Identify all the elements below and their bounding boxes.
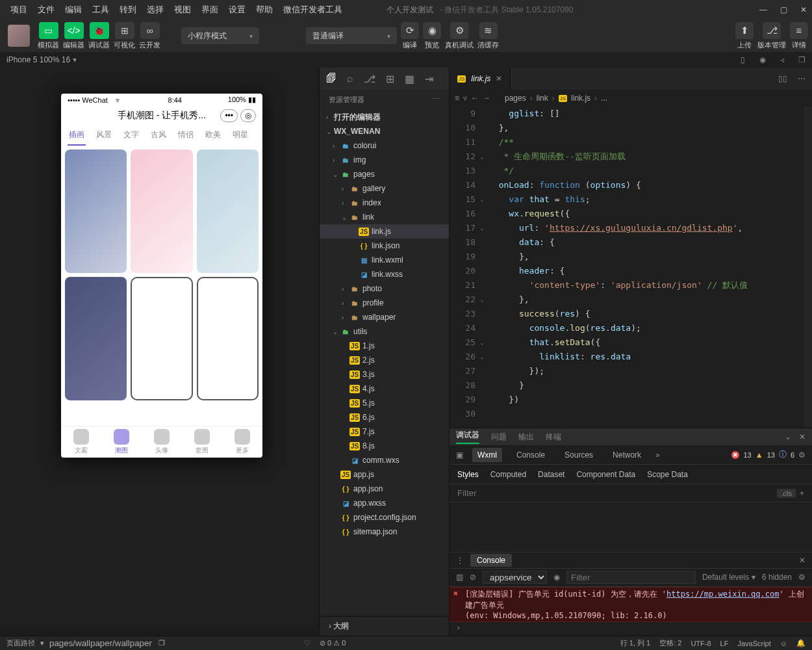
category-tab[interactable]: 情侣 [177,125,195,146]
close-panel-icon[interactable]: ✕ [799,432,806,441]
device-icon[interactable]: ▯ [741,55,745,64]
category-tab[interactable]: 文字 [122,125,140,146]
cursor-position[interactable]: 行 1, 列 1 [620,638,650,648]
console-error-row[interactable]: [渲染层错误] 广告单元 id(unit-id) 为空，请先在 'https:/… [450,587,812,622]
folder-item[interactable]: ›🖿profile [320,296,449,310]
share-icon[interactable]: ◃ [780,55,784,64]
file-item[interactable]: JS1.js [320,339,449,353]
menu-item[interactable]: 帮助 [251,1,278,18]
breadcrumb-item[interactable]: link [537,94,548,103]
tab-problems[interactable]: 问题 [491,432,507,443]
back-icon[interactable]: ← [471,94,479,103]
upload-button[interactable]: ⬆上传 [735,22,754,50]
close-tab-icon[interactable]: ✕ [496,74,502,83]
console-drawer-tab[interactable]: Console [470,554,512,567]
file-item[interactable]: ▤link.wxml [320,253,449,267]
search-icon[interactable]: ⌕ [347,73,353,84]
language-mode[interactable]: JavaScript [737,640,770,647]
indent-setting[interactable]: 空格: 2 [659,638,681,648]
tab-terminal[interactable]: 终端 [546,432,561,443]
devtools-tab-wxml[interactable]: Wxml [472,448,502,462]
open-editors-section[interactable]: ›打开的编辑器 [320,110,449,124]
component-data-tab[interactable]: Component Data [576,470,635,479]
context-select[interactable]: appservice [483,571,547,584]
scope-data-tab[interactable]: Scope Data [647,470,688,479]
eol-setting[interactable]: LF [720,640,729,647]
file-item[interactable]: JS4.js [320,382,449,396]
menu-item[interactable]: 微信开发者工具 [278,1,348,18]
feedback-icon[interactable]: ☺ [780,640,787,647]
log-levels-dropdown[interactable]: Default levels ▾ [702,573,755,582]
file-item[interactable]: JS3.js [320,367,449,382]
code-editor[interactable]: 9101112131415161718192021222324252627282… [450,107,812,428]
eye-icon[interactable]: ◉ [553,573,560,582]
nav-item[interactable]: 更多 [235,429,250,455]
file-item[interactable]: { }link.json [320,239,449,253]
console-prompt[interactable]: › [450,622,812,634]
styles-tab[interactable]: Styles [457,470,479,479]
copy-path-icon[interactable]: ❐ [159,639,165,647]
styles-filter-input[interactable] [457,488,777,498]
error-count-icon[interactable]: ✖ [731,451,739,459]
error-link[interactable]: https://mp.weixin.qq.com [666,590,779,599]
warn-count-icon[interactable]: ▲ [755,450,763,460]
wallpaper-card[interactable] [65,150,127,273]
folder-item[interactable]: ›🖿gallery [320,181,449,196]
file-item[interactable]: JS5.js [320,396,449,410]
hidden-count[interactable]: 6 hidden [762,573,792,582]
grid-icon[interactable]: ▦ [405,73,414,85]
maximize-icon[interactable]: ▢ [780,5,787,14]
folder-item[interactable]: ›🖿index [320,196,449,210]
split-editor-icon[interactable]: ▯▯ [778,74,787,83]
console-settings-icon[interactable]: ⚙ [798,573,806,582]
file-item[interactable]: { }sitemap.json [320,525,449,539]
editor-tab-linkjs[interactable]: JSlink.js✕ [450,68,511,90]
category-tab[interactable]: 明星 [231,125,249,146]
nav-item[interactable]: 潮图 [114,429,129,455]
minimize-icon[interactable]: — [759,5,767,14]
folder-item[interactable]: ⌄🖿pages [320,167,449,181]
bell-icon[interactable]: 🔔 [796,639,806,647]
avatar[interactable] [8,25,30,47]
wallpaper-card[interactable] [197,277,259,400]
encoding-setting[interactable]: UTF-8 [691,640,711,647]
folder-item[interactable]: ⌄🖿link [320,210,449,224]
forward-icon[interactable]: → [483,94,490,103]
cls-button[interactable]: .cls [777,489,796,498]
menu-item[interactable]: 选择 [142,1,169,18]
breadcrumb-item[interactable]: link.js [571,94,590,103]
split-icon[interactable]: ⊞ [386,73,394,85]
devtools-tab-network[interactable]: Network [607,448,646,462]
version-button[interactable]: ⎇版本管理 [757,22,786,50]
debugger-button[interactable]: 🐞调试器 [88,22,110,50]
folder-item[interactable]: ›🖿wallpaper [320,310,449,324]
file-item[interactable]: JS6.js [320,410,449,424]
file-item[interactable]: ◪app.wxss [320,496,449,510]
folder-item[interactable]: ›🖿img [320,153,449,167]
nav-item[interactable]: 套图 [194,429,210,455]
record-icon[interactable]: ◉ [759,55,766,64]
preview-button[interactable]: ◉预览 [423,22,441,50]
category-tab[interactable]: 插画 [68,125,86,146]
editor-more-icon[interactable]: ⋯ [798,74,806,83]
list-icon[interactable]: ≡ [455,94,459,103]
file-item[interactable]: { }project.config.json [320,510,449,525]
heart-icon[interactable]: ♡ [304,639,311,647]
info-count-icon[interactable]: ⓘ [779,449,787,460]
cloud-button[interactable]: ∞云开发 [139,22,160,50]
clear-cache-button[interactable]: ≋清缓存 [477,22,499,50]
console-sidebar-icon[interactable]: ▥ [456,573,463,582]
nav-item[interactable]: 文案 [73,429,89,455]
breadcrumb-item[interactable]: pages [505,94,526,103]
compile-type-dropdown[interactable]: 普通编译▾ [306,27,397,44]
breadcrumb-item[interactable]: ... [601,94,607,103]
wallpaper-card[interactable] [197,150,259,273]
visual-button[interactable]: ⊞可视化 [114,22,135,50]
menu-capsule[interactable]: ••• [220,109,238,122]
explorer-view-icon[interactable]: 🗐 [326,73,336,84]
menu-item[interactable]: 界面 [196,1,223,18]
compile-button[interactable]: ⟳编译 [401,22,419,50]
compile-mode-dropdown[interactable]: 小程序模式▾ [181,27,259,44]
folder-item[interactable]: ⌄🖿utils [320,324,449,339]
file-item[interactable]: JSapp.js [320,467,449,482]
